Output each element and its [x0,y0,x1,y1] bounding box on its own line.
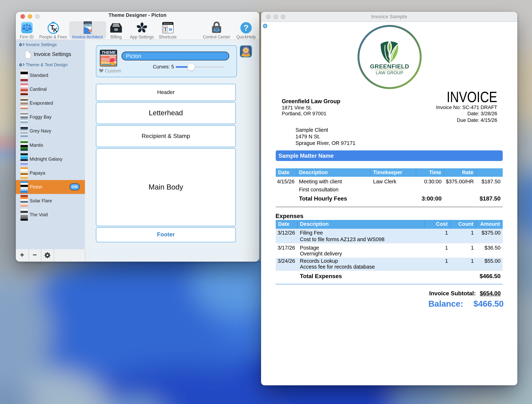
svg-text:GREENFIELD: GREENFIELD [370,63,409,70]
svg-text:K: K [53,26,58,33]
svg-text:T: T [164,26,167,32]
svg-text:»: » [168,25,172,33]
svg-text:LAW GROUP: LAW GROUP [376,70,403,75]
svg-text:?: ? [244,23,249,32]
svg-text:THEME: THEME [102,50,116,55]
svg-text:Shortcuts: Shortcuts [163,23,172,25]
svg-text:Invoice: Invoice [84,22,91,24]
svg-text:Architect: Architect [84,25,91,27]
